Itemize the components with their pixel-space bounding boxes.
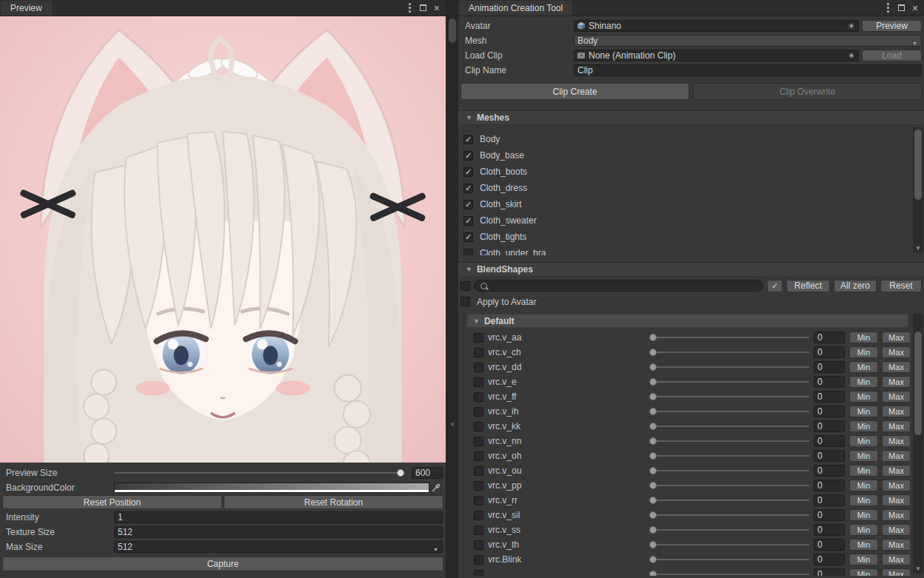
max-button[interactable]: Max — [882, 524, 911, 536]
maximize-icon[interactable] — [898, 4, 905, 11]
blendshape-value-field[interactable]: 0 — [814, 494, 845, 506]
avatar-preview-viewport[interactable] — [0, 16, 446, 463]
slider-knob-icon[interactable] — [649, 393, 657, 400]
slider-knob-icon[interactable] — [649, 571, 657, 576]
blendshape-slider[interactable] — [649, 554, 809, 565]
min-button[interactable]: Min — [849, 524, 878, 536]
blendshape-slider[interactable] — [649, 406, 809, 417]
blendshape-slider[interactable] — [649, 435, 809, 447]
blendshape-slider[interactable] — [649, 494, 809, 506]
min-button[interactable]: Min — [849, 450, 878, 462]
blendshape-checkbox[interactable] — [474, 422, 483, 431]
max-button[interactable]: Max — [882, 465, 911, 477]
blendshape-slider[interactable] — [649, 346, 809, 358]
min-button[interactable]: Min — [849, 494, 878, 506]
max-button[interactable]: Max — [882, 420, 911, 432]
reset-button[interactable]: Reset — [880, 280, 922, 292]
blendshape-checkbox[interactable] — [474, 570, 483, 577]
min-button[interactable]: Min — [849, 554, 878, 565]
slider-knob-icon[interactable] — [649, 541, 657, 548]
blendshape-checkbox[interactable] — [474, 333, 483, 343]
max-button[interactable]: Max — [882, 435, 911, 447]
blendshape-value-field[interactable]: 0 — [814, 346, 845, 358]
max-size-dropdown[interactable]: 512 ▼ — [114, 541, 443, 553]
blendshape-value-field[interactable]: 0 — [814, 376, 845, 388]
search-confirm-check-icon[interactable]: ✓ — [767, 280, 783, 292]
kebab-menu-icon[interactable] — [409, 7, 411, 9]
clip-create-button[interactable]: Clip Create — [461, 83, 689, 100]
max-button[interactable]: Max — [882, 361, 911, 373]
max-button[interactable]: Max — [882, 539, 911, 551]
blendshape-checkbox[interactable] — [474, 511, 483, 520]
close-icon[interactable]: × — [434, 3, 440, 13]
texture-size-field[interactable]: 512 — [114, 526, 443, 538]
blendshape-slider[interactable] — [649, 465, 809, 477]
search-input[interactable] — [492, 280, 757, 291]
blendshape-checkbox[interactable] — [474, 348, 483, 357]
divider-scrollbar-thumb[interactable] — [449, 19, 456, 43]
min-button[interactable]: Min — [849, 509, 878, 521]
blendshape-search-field[interactable] — [474, 280, 763, 292]
blendshape-checkbox[interactable] — [474, 451, 483, 461]
slider-knob-icon[interactable] — [649, 349, 657, 356]
search-filter-checkbox[interactable] — [461, 281, 470, 291]
mesh-checkbox[interactable]: ✓ — [463, 232, 473, 242]
intensity-field[interactable]: 1 — [114, 511, 443, 523]
min-button[interactable]: Min — [849, 435, 878, 447]
blendshapes-section-header[interactable]: ▼ BlendShapes — [458, 262, 924, 277]
eyedropper-icon[interactable] — [429, 483, 443, 492]
slider-knob-icon[interactable] — [649, 437, 657, 445]
mesh-checkbox[interactable] — [463, 249, 473, 256]
blendshape-checkbox[interactable] — [474, 525, 483, 535]
blendshape-slider[interactable] — [649, 376, 809, 388]
blendshape-checkbox[interactable] — [474, 496, 483, 505]
blendshape-value-field[interactable]: 0 — [814, 509, 845, 521]
blendshape-checkbox[interactable] — [474, 555, 483, 565]
blendshape-checkbox[interactable] — [474, 466, 483, 476]
min-button[interactable]: Min — [849, 346, 878, 358]
mesh-checkbox[interactable]: ✓ — [463, 200, 473, 209]
reset-rotation-button[interactable]: Reset Rotation — [224, 495, 443, 509]
blendshape-slider[interactable] — [649, 391, 809, 403]
all-zero-button[interactable]: All zero — [834, 280, 877, 292]
blendshape-slider[interactable] — [649, 450, 809, 462]
clip-name-field[interactable]: Clip — [574, 64, 922, 76]
max-button[interactable]: Max — [882, 346, 911, 358]
min-button[interactable]: Min — [849, 391, 878, 403]
min-button[interactable]: Min — [849, 465, 878, 477]
min-button[interactable]: Min — [849, 568, 878, 576]
max-button[interactable]: Max — [882, 568, 911, 576]
mesh-checkbox[interactable]: ✓ — [463, 216, 473, 226]
blendshape-slider[interactable] — [649, 332, 809, 343]
blendshape-slider[interactable] — [649, 539, 809, 551]
slider-knob-icon[interactable] — [397, 469, 404, 477]
min-button[interactable]: Min — [849, 420, 878, 432]
blendshape-checkbox[interactable] — [474, 363, 483, 372]
load-clip-object-field[interactable]: None (Animation Clip) — [574, 50, 859, 61]
blendshape-value-field[interactable]: 0 — [814, 450, 845, 462]
blendshape-checkbox[interactable] — [474, 392, 483, 402]
max-button[interactable]: Max — [882, 509, 911, 521]
slider-knob-icon[interactable] — [649, 511, 657, 519]
blendshape-checkbox[interactable] — [474, 437, 483, 446]
blendshape-value-field[interactable]: 0 — [814, 435, 845, 447]
blendshape-checkbox[interactable] — [474, 481, 483, 491]
avatar-preview-button[interactable]: Preview — [862, 20, 922, 32]
blendshape-scrollbar[interactable]: ▼ — [913, 314, 923, 574]
preview-size-slider[interactable] — [114, 467, 404, 479]
blendshape-value-field[interactable]: 0 — [814, 391, 845, 403]
object-picker-icon[interactable] — [847, 21, 856, 30]
blendshape-value-field[interactable]: 0 — [814, 332, 845, 343]
blendshape-slider[interactable] — [649, 361, 809, 373]
slider-knob-icon[interactable] — [649, 363, 657, 371]
max-button[interactable]: Max — [882, 406, 911, 417]
slider-knob-icon[interactable] — [649, 334, 657, 341]
scrollbar-thumb[interactable] — [914, 130, 922, 200]
blendshape-slider[interactable] — [649, 568, 809, 576]
blendshape-value-field[interactable]: 0 — [814, 480, 845, 491]
slider-knob-icon[interactable] — [649, 423, 657, 430]
maximize-icon[interactable] — [420, 4, 426, 11]
min-button[interactable]: Min — [849, 361, 878, 373]
avatar-object-field[interactable]: Shinano — [574, 20, 859, 32]
scroll-down-arrow-icon[interactable]: ▼ — [913, 245, 923, 252]
